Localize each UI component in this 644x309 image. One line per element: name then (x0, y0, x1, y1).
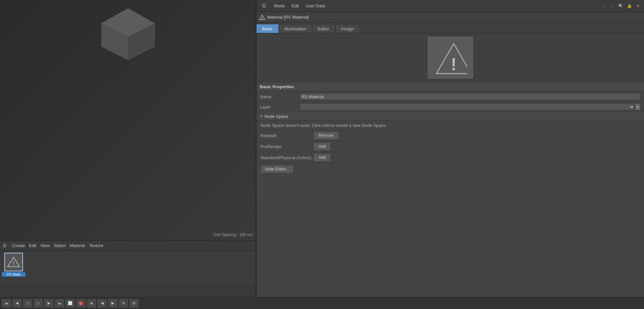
hamburger-icon[interactable]: ☰ (3, 243, 7, 248)
toolbar-btn-stop[interactable]: ⬜ (65, 299, 75, 308)
panel-title-bar: ! Material [RS Material] (256, 12, 644, 23)
tab-assign[interactable]: Assign (335, 24, 360, 33)
svg-text:!: ! (262, 16, 263, 20)
toolbar-btn-rewind[interactable]: ⏮ (1, 299, 11, 308)
toolbar-btn-key-prev[interactable]: ◀ (97, 299, 107, 308)
node-space-header[interactable]: ▼ Node Space (256, 112, 644, 121)
remove-button[interactable]: Remove (314, 132, 339, 140)
bottom-toolbar: ⏮ ◀ ◁ ▷ ▶ ⏭ ⬜ ⬤ ◈ ◀ ▶ ≋ ⚙ (0, 297, 644, 309)
add-button-prorender[interactable]: Add (314, 143, 331, 151)
lock-icon[interactable]: 🔒 (626, 3, 633, 9)
tab-editor[interactable]: Editor (312, 24, 335, 33)
3d-shape-icon (98, 7, 158, 60)
add-button-standard[interactable]: Add (314, 154, 331, 161)
material-preview: ! (256, 33, 644, 82)
warning-icon-title: ! (259, 15, 265, 20)
svg-text:!: ! (451, 55, 456, 74)
name-input[interactable] (300, 93, 641, 100)
tabs-bar: Basic Illumination Editor Assign (256, 23, 644, 33)
material-items: ! RS Mate (0, 251, 256, 284)
node-space-row-prorender: ProRender: Add (256, 141, 644, 152)
name-label: Name (260, 94, 300, 99)
close-icon[interactable]: ✕ (635, 3, 641, 9)
toolbar-btn-keyframe[interactable]: ◈ (86, 299, 96, 308)
create-menu[interactable]: Create (12, 243, 25, 248)
toolbar-btn-wave[interactable]: ≋ (118, 299, 128, 308)
layer-select-row: ▼ (300, 103, 641, 111)
toolbar-btn-key-next[interactable]: ▶ (108, 299, 118, 308)
arrow-left-icon[interactable]: ← (600, 3, 607, 9)
mode-menu[interactable]: Mode (271, 3, 288, 9)
warning-icon-large: ! (434, 41, 467, 74)
material-item[interactable]: ! RS Mate (2, 253, 25, 277)
prorender-label: ProRender: (260, 144, 314, 149)
user-data-menu[interactable]: User Data (303, 3, 328, 9)
redshift-label: Redshift: (260, 133, 314, 138)
svg-text:!: ! (13, 260, 15, 267)
material-item-label: RS Mate (2, 272, 25, 277)
panel-header-right: ← ↑ 🔍 🔒 ✕ (600, 3, 641, 9)
panel-hamburger-icon[interactable]: ☰ (259, 0, 269, 12)
toolbar-btn-settings[interactable]: ⚙ (129, 299, 139, 308)
node-space-row-standard: Standard/Physical (Active): Add (256, 152, 644, 163)
layer-label: Layer (260, 105, 300, 110)
grid-label: Grid Spacing : 100 cm (213, 232, 252, 237)
material-panel: ☰ Mode Edit User Data ← ↑ 🔍 🔒 ✕ ! Materi… (256, 0, 644, 297)
edit-menu-panel[interactable]: Edit (289, 3, 302, 9)
toolbar-btn-ffwd[interactable]: ⏭ (55, 299, 65, 308)
material-browser: ☰ Create Edit View Select Material Textu… (0, 240, 256, 284)
node-space-title: Node Space (264, 114, 288, 119)
view-menu[interactable]: View (40, 243, 50, 248)
select-arrow-icon: ▼ (635, 103, 641, 111)
panel-title: Material [RS Material] (267, 15, 309, 20)
tab-basic[interactable]: Basic (256, 24, 278, 33)
property-row-name: Name (256, 92, 644, 102)
material-browser-toolbar: ☰ Create Edit View Select Material Textu… (0, 241, 256, 251)
viewport-panel: Grid Spacing : 100 cm ☰ Create Edit View… (0, 0, 256, 297)
node-space-row-redshift: Redshift: Remove (256, 130, 644, 141)
edit-menu[interactable]: Edit (29, 243, 36, 248)
tab-illumination[interactable]: Illumination (279, 24, 312, 33)
toolbar-btn-prev-frame[interactable]: ◀ (12, 299, 22, 308)
node-editor-button[interactable]: Node Editor... (260, 165, 293, 173)
toolbar-btn-record[interactable]: ⬤ (76, 299, 86, 308)
standard-label: Standard/Physical (Active): (260, 155, 314, 160)
search-icon[interactable]: 🔍 (617, 3, 624, 9)
node-space-section: ▼ Node Space Node Space doesn't exist. C… (256, 112, 644, 175)
section-basic-properties: Basic Properties (256, 82, 644, 92)
warning-icon-thumb: ! (7, 256, 20, 268)
collapse-arrow-icon: ▼ (260, 115, 263, 118)
toolbar-btn-play[interactable]: ▷ (33, 299, 43, 308)
toolbar-btn-next-frame[interactable]: ▶ (44, 299, 54, 308)
texture-menu[interactable]: Texture (89, 243, 103, 248)
node-space-info: Node Space doesn't exist. Click Add to c… (256, 121, 644, 130)
material-menu[interactable]: Material (70, 243, 85, 248)
preview-image: ! (427, 36, 474, 79)
select-menu[interactable]: Select (54, 243, 66, 248)
material-thumbnail: ! (4, 253, 23, 271)
toolbar-btn-play-reverse[interactable]: ◁ (23, 299, 33, 308)
properties-area: Basic Properties Name Layer ▼ ▼ (256, 82, 644, 297)
panel-header-bar: ☰ Mode Edit User Data ← ↑ 🔍 🔒 ✕ (256, 0, 644, 12)
layer-select[interactable] (300, 103, 635, 111)
property-row-layer: Layer ▼ (256, 102, 644, 112)
arrow-up-icon[interactable]: ↑ (609, 3, 615, 9)
viewport-canvas[interactable]: Grid Spacing : 100 cm (0, 0, 256, 240)
